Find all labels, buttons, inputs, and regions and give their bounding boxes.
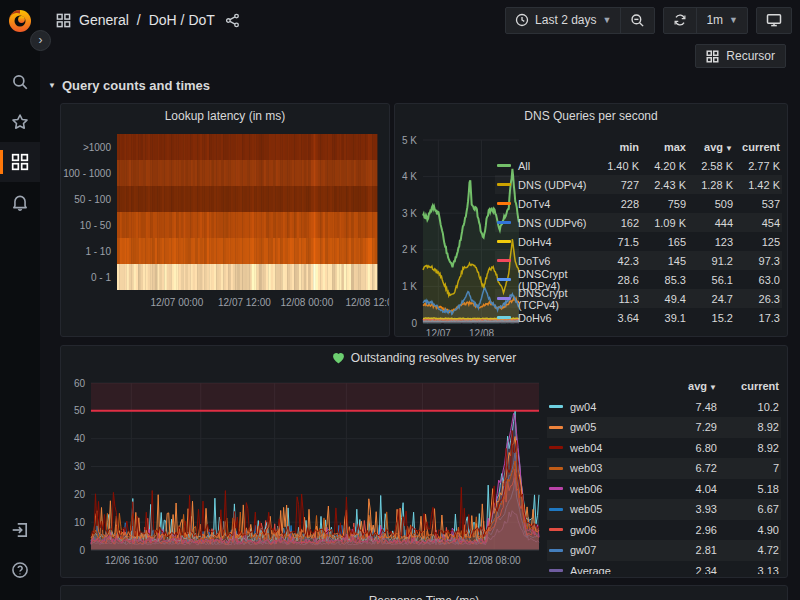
legend-row-web05[interactable]: web053.936.67 [547,499,781,520]
series-name[interactable]: DNS (UDPv6) [518,217,586,229]
heatmap-y-label: >1000 [83,142,112,153]
sidebar-item-alerting[interactable] [0,182,40,222]
panel-title[interactable]: Lookup latency (in ms) [61,104,389,128]
svg-text:5 K: 5 K [402,135,417,146]
series-name[interactable]: Average [570,565,611,574]
series-color-swatch [549,446,563,449]
legend-row-gw07[interactable]: gw072.814.72 [547,540,781,561]
sidebar-item-dashboards[interactable] [0,142,40,182]
share-icon[interactable] [225,13,240,28]
panel-title[interactable]: Outstanding resolves by server [351,351,516,365]
legend-header: avg▼current [547,376,781,397]
panel-title[interactable]: Response Time (ms) [61,586,787,600]
legend-sort-current[interactable]: current [733,141,780,153]
legend-sort-max[interactable]: max [639,141,686,153]
legend-row-DoHv6[interactable]: DoHv63.6439.115.217.3 [495,308,782,327]
legend-value-max: 39.1 [639,312,686,324]
legend-header: minmaxavg▼current [495,137,782,156]
legend-row-gw04[interactable]: gw047.4810.2 [547,397,781,418]
series-name[interactable]: All [518,160,530,172]
breadcrumb-dashboard[interactable]: DoH / DoT [149,12,215,28]
series-name[interactable]: gw06 [570,524,596,536]
series-name[interactable]: DoTv4 [518,198,550,210]
legend-sort-current[interactable]: current [717,380,779,392]
sidebar-expand-button[interactable]: › [30,30,51,51]
sidebar-item-search[interactable] [0,62,40,102]
refresh-interval-picker[interactable]: 1m ▼ [696,8,747,33]
lookup-latency-heatmap[interactable]: >1000100 - 100050 - 10010 - 501 - 100 - … [61,128,390,336]
legend-row-DoTv4[interactable]: DoTv4228759509537 [495,194,782,213]
legend-value-current: 1.42 K [733,179,780,191]
legend-value-max: 4.20 K [639,160,686,172]
svg-text:12/07 08:00: 12/07 08:00 [248,555,301,566]
series-name[interactable]: web06 [570,483,602,495]
help-icon [11,561,29,579]
series-name[interactable]: gw04 [570,401,596,413]
row-query-counts-and-times[interactable]: ▼ Query counts and times [48,78,210,93]
series-name[interactable]: gw07 [570,544,596,556]
series-name[interactable]: DNSCrypt (TCPv4) [518,287,592,311]
panel-outstanding-resolves: Outstanding resolves by server 010203040… [60,345,788,578]
legend-row-web06[interactable]: web064.045.18 [547,479,781,500]
series-name[interactable]: DNS (UDPv4) [518,179,586,191]
monitor-icon [766,12,782,28]
outstanding-resolves-chart[interactable]: 010203040506012/06 16:0012/07 00:0012/07… [61,370,545,578]
time-range-label: Last 2 days [535,13,596,27]
zoom-out-button[interactable] [620,8,654,33]
legend-value-min: 1.40 K [592,160,639,172]
svg-text:60: 60 [74,378,86,389]
legend-sort-min[interactable]: min [592,141,639,153]
legend-value-avg: 3.93 [655,503,717,515]
legend-row-web03[interactable]: web036.727 [547,458,781,479]
alert-ok-heart-icon [332,352,345,364]
sidebar-item-signin[interactable] [0,510,40,550]
legend-value-current: 4.72 [717,544,779,556]
series-color-swatch [497,316,511,319]
breadcrumb-folder[interactable]: General [79,12,129,28]
legend-row-All[interactable]: All1.40 K4.20 K2.58 K2.77 K [495,156,782,175]
legend-value-min: 11.3 [592,293,639,305]
series-name[interactable]: web05 [570,503,602,515]
legend-row-DNSCrypt (TCPv4)[interactable]: DNSCrypt (TCPv4)11.349.424.726.3 [495,289,782,308]
sidebar-item-help[interactable] [0,550,40,590]
legend-value-current: 97.3 [733,255,780,267]
series-name[interactable]: DoHv6 [518,312,552,324]
heatmap-y-label: 100 - 1000 [63,168,111,179]
grafana-logo[interactable] [7,8,33,34]
dns-queries-legend: minmaxavg▼currentAll1.40 K4.20 K2.58 K2.… [495,137,782,329]
legend-value-avg: 6.80 [655,442,717,454]
legend-sort-avg[interactable]: avg▼ [686,141,733,153]
time-range-picker[interactable]: Last 2 days ▼ [506,8,620,33]
series-name[interactable]: DoTv6 [518,255,550,267]
legend-value-current: 5.18 [717,483,779,495]
legend-row-DNS (UDPv6)[interactable]: DNS (UDPv6)1621.09 K444454 [495,213,782,232]
series-name[interactable]: web03 [570,462,602,474]
legend-value-avg: 444 [686,217,733,229]
legend-row-web04[interactable]: web046.808.92 [547,438,781,459]
legend-value-max: 165 [639,236,686,248]
legend-value-avg: 6.72 [655,462,717,474]
legend-row-gw05[interactable]: gw057.298.92 [547,417,781,438]
refresh-button[interactable] [664,8,696,33]
svg-text:3 K: 3 K [402,208,417,219]
recursor-dashboard-link[interactable]: Recursor [695,44,786,68]
legend-row-gw06[interactable]: gw062.964.90 [547,520,781,541]
sidebar-item-starred[interactable] [0,102,40,142]
legend-row-DoHv4[interactable]: DoHv471.5165123125 [495,232,782,251]
series-name[interactable]: gw05 [570,421,596,433]
legend-value-current: 125 [733,236,780,248]
legend-sort-avg[interactable]: avg▼ [655,380,717,392]
legend-value-min: 71.5 [592,236,639,248]
series-name[interactable]: web04 [570,442,602,454]
legend-row-Average[interactable]: Average2.343.13 [547,561,781,575]
legend-value-avg: 2.96 [655,524,717,536]
kiosk-mode-button[interactable] [757,8,791,33]
legend-value-min: 42.3 [592,255,639,267]
legend-row-DNS (UDPv4)[interactable]: DNS (UDPv4)7272.43 K1.28 K1.42 K [495,175,782,194]
series-color-swatch [549,405,563,408]
series-color-swatch [497,297,511,300]
legend-value-current: 454 [733,217,780,229]
sort-caret-icon: ▼ [725,144,733,153]
series-name[interactable]: DoHv4 [518,236,552,248]
legend-value-avg: 7.48 [655,401,717,413]
